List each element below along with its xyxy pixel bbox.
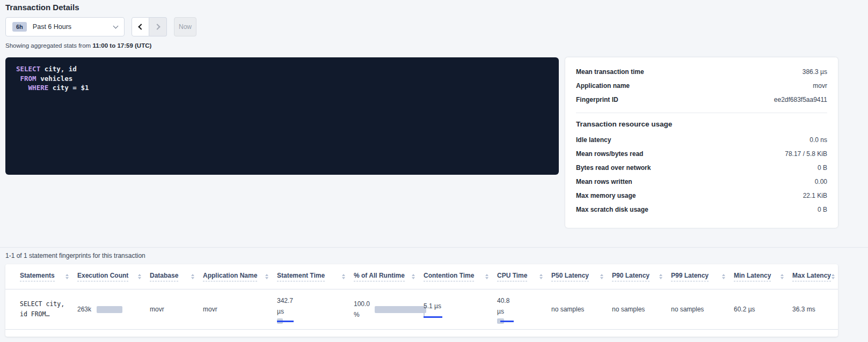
sort-icon[interactable]: [831, 274, 835, 279]
time-range-badge: 6h: [12, 22, 27, 32]
time-range-label: Past 6 Hours: [33, 23, 71, 31]
statement-link[interactable]: SELECT city, id FROM…: [20, 299, 64, 319]
column-header-min-latency[interactable]: Min Latency: [734, 272, 792, 281]
column-header-p99-latency[interactable]: P99 Latency: [671, 272, 734, 281]
table-row: SELECT city, id FROM… 263k movr movr 342…: [5, 289, 838, 330]
cell-application-name: movr: [203, 306, 277, 313]
contention-time-bar: [424, 313, 446, 318]
sort-icon[interactable]: [138, 274, 141, 279]
cell-contention-time: 5.1 µs: [424, 301, 497, 318]
column-header-p90-latency[interactable]: P90 Latency: [612, 272, 671, 281]
column-header-percent-of-all-runtime[interactable]: % of All Runtime: [354, 272, 424, 281]
resource-row-max-scratch-disk-usage: Max scratch disk usage 0 B: [576, 203, 827, 217]
runtime-bar: [375, 306, 426, 313]
cell-statement: SELECT city, id FROM…: [20, 299, 77, 319]
resource-row-bytes-read-over-network: Bytes read over network 0 B: [576, 161, 827, 175]
column-header-cpu-time[interactable]: CPU Time: [497, 272, 551, 281]
column-header-contention-time[interactable]: Contention Time: [424, 272, 497, 281]
cell-execution-count: 263k: [77, 306, 150, 313]
sql-line: SELECT city, id: [16, 64, 548, 74]
transaction-summary-panel: Mean transaction time 386.3 µs Applicati…: [565, 57, 838, 228]
execution-count-bar: [97, 306, 122, 313]
column-header-max-latency[interactable]: Max Latency: [792, 272, 838, 281]
time-range-dropdown[interactable]: 6h Past 6 Hours: [5, 17, 125, 36]
column-header-database[interactable]: Database: [150, 272, 203, 281]
sql-line: WHERE city = $1: [16, 83, 548, 93]
sql-statement-box: SELECT city, id FROM vehicles WHERE city…: [5, 57, 559, 175]
statement-time-bar: [277, 318, 300, 324]
stats-time-range: 11:00 to 17:59 (UTC): [92, 42, 151, 49]
cell-statement-time: 342.7 µs: [277, 295, 354, 324]
column-header-application-name[interactable]: Application Name: [203, 272, 277, 281]
sort-icon[interactable]: [485, 274, 488, 279]
resource-usage-title: Transaction resource usage: [576, 120, 827, 128]
sort-icon[interactable]: [539, 274, 543, 279]
sql-line: FROM vehicles: [16, 74, 548, 84]
sort-icon[interactable]: [191, 274, 194, 279]
time-nav-buttons: [132, 17, 167, 36]
column-header-statements[interactable]: Statements: [20, 272, 77, 281]
summary-row-mean-transaction-time: Mean transaction time 386.3 µs: [576, 65, 827, 79]
page-title: Transaction Details: [5, 3, 79, 12]
sort-icon[interactable]: [342, 274, 345, 279]
cell-max-latency: 36.3 ms: [792, 306, 838, 313]
resource-row-mean-rows-bytes-read: Mean rows/bytes read 78.17 / 5.8 KiB: [576, 147, 827, 161]
summary-row-application-name: Application name movr: [576, 79, 827, 93]
resource-row-idle-latency: Idle latency 0.0 ns: [576, 133, 827, 147]
cell-p50-latency: no samples: [551, 306, 612, 313]
time-picker: 6h Past 6 Hours Now: [5, 17, 196, 36]
table-header-row: Statements Execution Count Database Appl…: [5, 264, 838, 289]
column-header-p50-latency[interactable]: P50 Latency: [551, 272, 612, 281]
cell-p99-latency: no samples: [671, 306, 734, 313]
chevron-left-icon: [138, 24, 144, 29]
sort-icon[interactable]: [600, 274, 603, 279]
aggregated-stats-caption: Showing aggregated stats from 11:00 to 1…: [5, 42, 151, 49]
fingerprints-count-caption: 1-1 of 1 statement fingerprints for this…: [5, 252, 145, 259]
column-header-statement-time[interactable]: Statement Time: [277, 272, 354, 281]
cpu-time-bar: [497, 318, 520, 324]
sort-icon[interactable]: [781, 274, 784, 279]
cell-database: movr: [150, 306, 203, 313]
now-button[interactable]: Now: [174, 17, 196, 36]
cell-cpu-time: 40.8 µs: [497, 295, 551, 324]
chevron-down-icon: [113, 24, 119, 29]
summary-row-fingerprint-id: Fingerprint ID ee2df683f5aa9411: [576, 93, 827, 107]
section-divider: [0, 247, 868, 248]
sort-icon[interactable]: [265, 274, 268, 279]
summary-divider: [576, 113, 827, 113]
sort-icon[interactable]: [659, 274, 662, 279]
sort-icon[interactable]: [722, 274, 725, 279]
chevron-right-icon: [154, 24, 160, 29]
sort-icon[interactable]: [65, 274, 69, 279]
statements-table: Statements Execution Count Database Appl…: [5, 264, 838, 337]
next-interval-button[interactable]: [149, 17, 167, 36]
previous-interval-button[interactable]: [132, 17, 149, 36]
cell-min-latency: 60.2 µs: [734, 306, 792, 313]
resource-row-mean-rows-written: Mean rows written 0.00: [576, 175, 827, 189]
resource-row-max-memory-usage: Max memory usage 22.1 KiB: [576, 189, 827, 203]
cell-percent-of-all-runtime: 100.0 %: [354, 299, 424, 320]
sort-icon[interactable]: [412, 274, 415, 279]
column-header-execution-count[interactable]: Execution Count: [77, 272, 150, 281]
cell-p90-latency: no samples: [612, 306, 671, 313]
